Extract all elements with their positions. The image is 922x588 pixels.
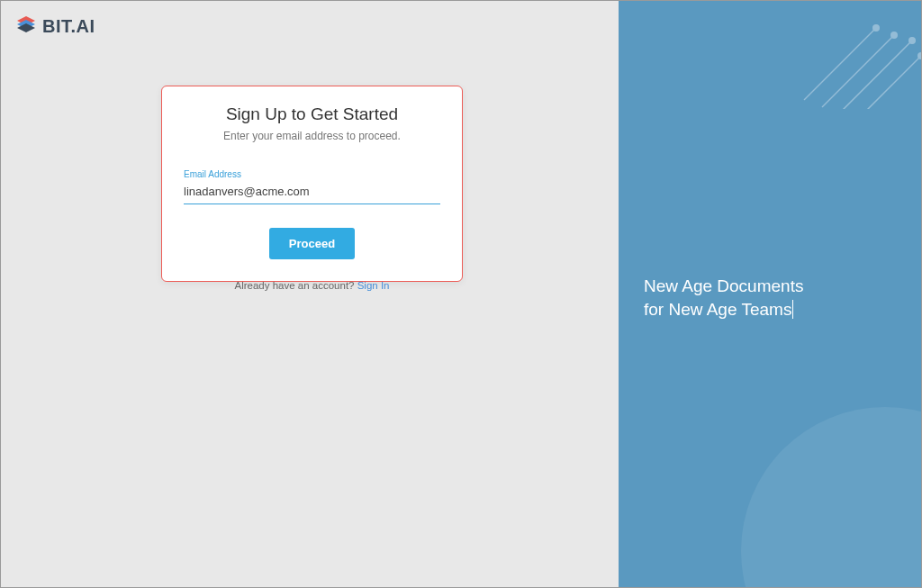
typing-cursor-icon	[792, 300, 798, 319]
email-label: Email Address	[184, 169, 440, 179]
svg-point-7	[872, 24, 880, 32]
decor-circle-icon	[741, 407, 921, 587]
email-field-wrap: Email Address	[184, 169, 440, 204]
svg-line-6	[863, 56, 921, 109]
decor-lines-icon	[777, 1, 921, 109]
signup-subtitle: Enter your email address to proceed.	[184, 130, 440, 142]
svg-point-9	[908, 37, 916, 44]
hero-panel: New Age Documents for New Age Teams	[619, 1, 921, 587]
brand-logo-icon	[15, 14, 37, 39]
svg-point-11	[741, 407, 921, 587]
hero-line2: for New Age Teams	[644, 300, 791, 319]
hero-line1: New Age Documents	[644, 275, 903, 298]
signup-card: Sign Up to Get Started Enter your email …	[161, 86, 463, 282]
brand-logo: BIT.AI	[15, 14, 95, 39]
signin-row: Already have an account? Sign In	[161, 280, 463, 291]
hero-text: New Age Documents for New Age Teams	[644, 275, 903, 321]
email-input[interactable]	[184, 181, 440, 204]
proceed-button[interactable]: Proceed	[269, 228, 355, 259]
signin-link[interactable]: Sign In	[357, 280, 390, 291]
brand-logo-text: BIT.AI	[42, 16, 95, 37]
signin-prompt: Already have an account?	[235, 280, 357, 291]
signup-title: Sign Up to Get Started	[184, 104, 440, 124]
svg-point-8	[890, 32, 898, 39]
